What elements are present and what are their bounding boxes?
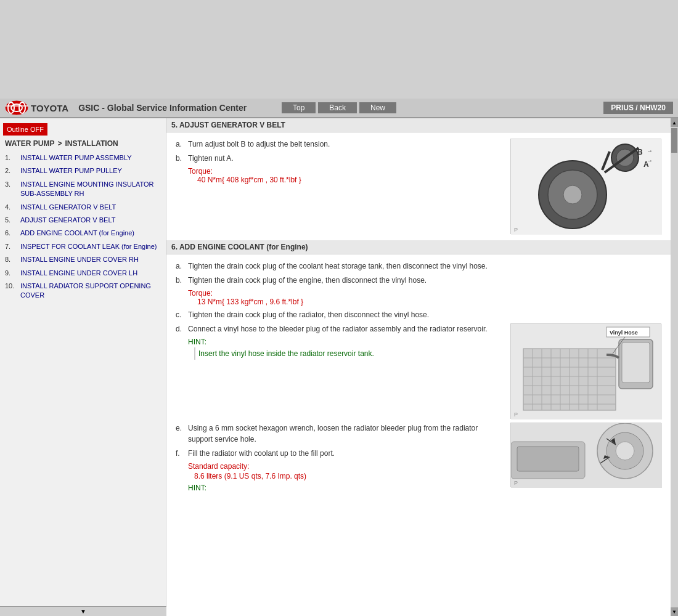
content-area: 5. ADJUST GENERATOR V BELT a. Turn adjus… — [166, 118, 671, 616]
hint-f-label: HINT: — [188, 484, 504, 492]
sidebar-item-5[interactable]: 5. ADJUST GENERATOR V BELT — [0, 214, 166, 227]
section6: 6. ADD ENGINE COOLANT (for Engine) a. Ti… — [166, 240, 671, 503]
fill-port-diagram: P — [510, 423, 661, 487]
svg-text:→: → — [647, 147, 653, 154]
svg-text:P: P — [514, 227, 518, 233]
breadcrumb: WATER PUMP > INSTALLATION — [0, 137, 166, 150]
sidebar-item-8[interactable]: 8. INSTALL ENGINE UNDER COVER RH — [0, 253, 166, 266]
svg-rect-49 — [517, 447, 579, 471]
svg-text:P: P — [514, 480, 518, 486]
scroll-down-arrow[interactable]: ▼ — [671, 607, 678, 616]
top-button[interactable]: Top — [282, 102, 316, 113]
section5-header: 5. ADJUST GENERATOR V BELT — [166, 118, 671, 132]
sidebar-item-2[interactable]: 2. INSTALL WATER PUMP PULLEY — [0, 164, 166, 177]
sidebar-item-9[interactable]: 9. INSTALL ENGINE UNDER COVER LH — [0, 267, 166, 280]
sidebar-item-10[interactable]: 10. INSTALL RADIATOR SUPPORT OPENING COV… — [0, 280, 166, 302]
sidebar-item-7[interactable]: 7. INSPECT FOR COOLANT LEAK (for Engine) — [0, 240, 166, 253]
content-scrollbar[interactable]: ▲ ▼ — [671, 118, 678, 616]
standard-label: Standard capacity: — [188, 462, 504, 471]
scroll-thumb[interactable] — [671, 128, 677, 153]
section6-header: 6. ADD ENGINE COOLANT (for Engine) — [166, 240, 671, 254]
svg-rect-35 — [622, 342, 650, 383]
section5-text: a. Turn adjust bolt B to adjust the belt… — [176, 139, 504, 234]
section6-hint-label: HINT: — [188, 338, 504, 346]
sidebar-item-6[interactable]: 6. ADD ENGINE COOLANT (for Engine) — [0, 227, 166, 240]
svg-text:→: → — [647, 157, 653, 164]
gsic-title: GSIC - Global Service Information Center — [78, 103, 247, 113]
toyota-logo: TOYOTA — [0, 100, 73, 115]
svg-text:P: P — [514, 411, 518, 418]
vinyl-hose-diagram: Vinyl Hose P — [510, 323, 661, 419]
new-button[interactable]: New — [359, 102, 396, 113]
back-button[interactable]: Back — [318, 102, 357, 113]
section6-steps-ef-text: e. Using a 6 mm socket hexagon wrench, l… — [176, 423, 504, 493]
section6-torque: Torque: 13 N*m{ 133 kgf*cm , 9.6 ft.*lbf… — [188, 289, 661, 306]
section6-hint-d: Insert the vinyl hose inside the radiato… — [194, 347, 504, 360]
sidebar-item-4[interactable]: 4. INSTALL GENERATOR V BELT — [0, 201, 166, 214]
toyota-brand: TOYOTA — [31, 103, 68, 113]
sidebar-item-1[interactable]: 1. INSTALL WATER PUMP ASSEMBLY — [0, 152, 166, 164]
sidebar: Outline OFF WATER PUMP > INSTALLATION 1.… — [0, 118, 166, 616]
sidebar-nav: 1. INSTALL WATER PUMP ASSEMBLY 2. INSTAL… — [0, 150, 166, 304]
scroll-up-arrow[interactable]: ▲ — [671, 118, 678, 127]
svg-point-43 — [616, 442, 634, 460]
section5-torque: Torque: 40 N*m{ 408 kgf*cm , 30 ft.*lbf … — [188, 167, 504, 184]
outline-off-button[interactable]: Outline OFF — [7, 126, 44, 133]
sidebar-item-3[interactable]: 3. INSTALL ENGINE MOUNTING INSULATOR SUB… — [0, 178, 166, 201]
svg-text:B: B — [637, 148, 643, 156]
sidebar-scroll-down[interactable]: ▼ — [0, 606, 166, 616]
standard-value: 8.6 liters (9.1 US qts, 7.6 Imp. qts) — [194, 472, 504, 480]
section5: 5. ADJUST GENERATOR V BELT a. Turn adjus… — [166, 118, 671, 240]
section5-diagram: A B → → P — [510, 139, 661, 234]
section6-step-d-text: d. Connect a vinyl hose to the bleeder p… — [176, 323, 504, 419]
vehicle-badge: PRIUS / NHW20 — [603, 102, 673, 114]
svg-text:Vinyl Hose: Vinyl Hose — [610, 330, 638, 336]
svg-point-8 — [563, 185, 582, 204]
section6-body: a. Tighten the drain cock plug of the co… — [166, 254, 671, 503]
